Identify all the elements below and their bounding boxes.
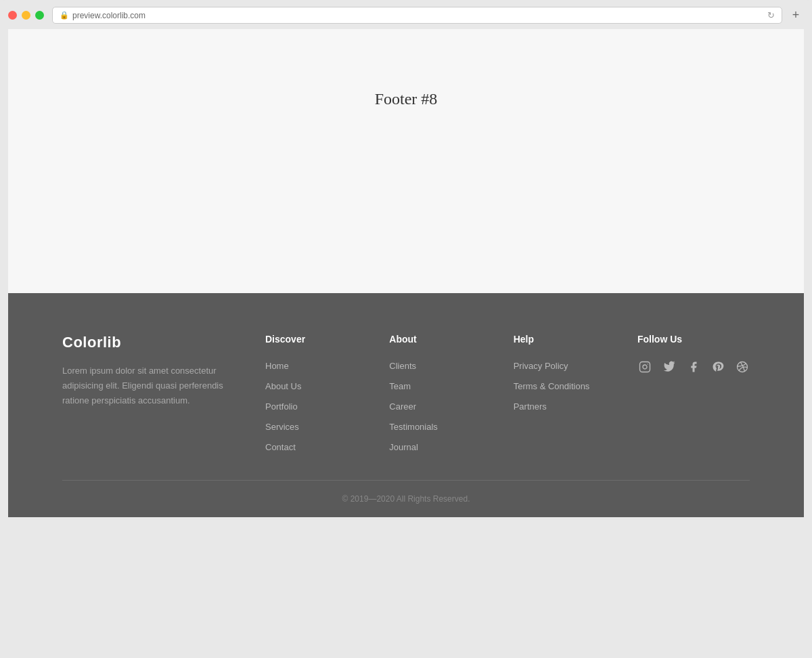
help-links: Privacy Policy Terms & Conditions Partne… [514, 359, 610, 412]
copyright-text: © 2019—2020 All Rights Reserved. [62, 494, 750, 504]
address-bar[interactable]: 🔒 preview.colorlib.com ↻ [52, 7, 782, 24]
about-heading: About [389, 334, 486, 345]
list-item: Team [389, 380, 486, 392]
about-links: Clients Team Career Testimonials Journal [389, 359, 486, 453]
about-career-link[interactable]: Career [389, 401, 416, 412]
footer-col-about: About Clients Team Career Testimonials J… [376, 334, 499, 453]
main-content: Footer #8 [8, 29, 804, 293]
list-item: Privacy Policy [514, 359, 610, 372]
page-title: Footer #8 [375, 90, 438, 108]
footer-col-help: Help Privacy Policy Terms & Conditions P… [500, 334, 624, 453]
about-team-link[interactable]: Team [389, 381, 411, 391]
footer-brand: Colorlib Lorem ipsum dolor sit amet cons… [62, 334, 252, 453]
about-clients-link[interactable]: Clients [389, 361, 416, 371]
facebook-icon[interactable] [686, 359, 701, 374]
discover-links: Home About Us Portfolio Services Contact [265, 359, 362, 453]
list-item: Portfolio [265, 400, 362, 412]
browser-chrome: 🔒 preview.colorlib.com ↻ + [0, 0, 812, 24]
dribbble-icon[interactable] [735, 359, 750, 374]
footer-bottom: © 2019—2020 All Rights Reserved. [62, 481, 750, 517]
maximize-button[interactable] [35, 11, 44, 20]
footer-description: Lorem ipsum dolor sit amet consectetur a… [62, 364, 225, 408]
about-testimonials-link[interactable]: Testimonials [389, 422, 438, 432]
list-item: Home [265, 359, 362, 372]
help-heading: Help [514, 334, 610, 345]
help-partners-link[interactable]: Partners [514, 401, 547, 412]
pinterest-icon[interactable] [710, 359, 725, 374]
footer-col-discover: Discover Home About Us Portfolio Service… [252, 334, 376, 453]
discover-portfolio-link[interactable]: Portfolio [265, 401, 298, 412]
footer-col-follow: Follow Us [624, 334, 750, 453]
help-privacy-link[interactable]: Privacy Policy [514, 361, 568, 371]
discover-heading: Discover [265, 334, 362, 345]
list-item: Testimonials [389, 420, 486, 433]
discover-about-link[interactable]: About Us [265, 381, 301, 391]
discover-contact-link[interactable]: Contact [265, 442, 296, 452]
instagram-icon[interactable] [637, 359, 652, 374]
list-item: Contact [265, 441, 362, 453]
browser-titlebar: 🔒 preview.colorlib.com ↻ + [8, 7, 804, 24]
new-tab-button[interactable]: + [788, 7, 804, 24]
traffic-lights [8, 11, 44, 20]
list-item: Services [265, 420, 362, 433]
footer-top: Colorlib Lorem ipsum dolor sit amet cons… [62, 334, 750, 481]
social-icons [637, 359, 750, 374]
list-item: About Us [265, 380, 362, 392]
close-button[interactable] [8, 11, 17, 20]
list-item: Clients [389, 359, 486, 372]
help-terms-link[interactable]: Terms & Conditions [514, 381, 590, 391]
follow-heading: Follow Us [637, 334, 750, 345]
minimize-button[interactable] [22, 11, 30, 20]
lock-icon: 🔒 [60, 11, 69, 20]
twitter-icon[interactable] [662, 359, 677, 374]
discover-home-link[interactable]: Home [265, 361, 289, 371]
refresh-icon[interactable]: ↻ [767, 10, 775, 20]
svg-point-2 [648, 364, 648, 364]
footer-logo: Colorlib [62, 334, 225, 351]
list-item: Journal [389, 441, 486, 453]
footer: Colorlib Lorem ipsum dolor sit amet cons… [8, 293, 804, 517]
list-item: Career [389, 400, 486, 412]
svg-rect-0 [639, 362, 650, 372]
list-item: Partners [514, 400, 610, 412]
discover-services-link[interactable]: Services [265, 422, 299, 432]
svg-point-1 [643, 365, 647, 369]
about-journal-link[interactable]: Journal [389, 442, 418, 452]
page-wrapper: Footer #8 Colorlib Lorem ipsum dolor sit… [8, 29, 804, 517]
url-text: preview.colorlib.com [72, 11, 145, 20]
list-item: Terms & Conditions [514, 380, 610, 392]
